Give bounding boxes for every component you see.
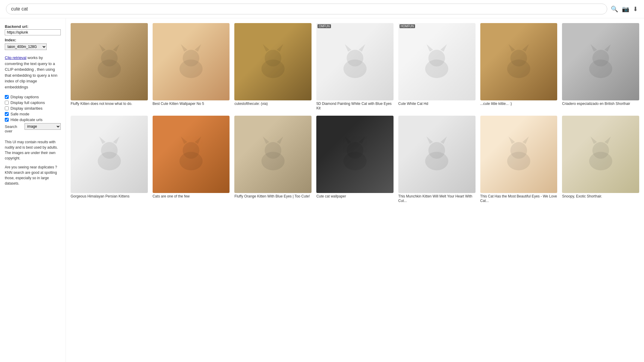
sidebar: Backend url: Index: laion_400m_128G laio… xyxy=(0,18,66,362)
display-similarities-checkbox[interactable] xyxy=(5,106,9,110)
svg-marker-26 xyxy=(590,44,597,52)
cat-silhouette-5 xyxy=(414,39,460,85)
image-placeholder-8 xyxy=(71,116,148,193)
cat-silhouette-7 xyxy=(578,39,624,85)
grid-item-9[interactable]: Cats are one of the few xyxy=(153,116,230,203)
grid-item-13[interactable]: This Cat Has the Most Beautiful Eyes - W… xyxy=(480,116,558,203)
display-full-captions-checkbox[interactable] xyxy=(5,101,9,105)
grid-item-11[interactable]: Cute cat wallpaper xyxy=(316,116,394,203)
svg-marker-50 xyxy=(508,137,515,144)
svg-marker-34 xyxy=(181,137,188,144)
svg-point-13 xyxy=(347,50,363,67)
header: 🔍 📷 ⬇ xyxy=(0,0,644,18)
index-label: Index: xyxy=(5,38,61,42)
svg-marker-39 xyxy=(277,137,283,144)
image-caption-7: Criadero especializado en British Shorth… xyxy=(562,102,639,106)
backend-url-input[interactable] xyxy=(5,29,61,35)
image-placeholder-11 xyxy=(316,116,394,193)
image-placeholder-10 xyxy=(234,116,312,193)
image-caption-8: Gorgeous Himalayan Persian Kittens xyxy=(71,194,148,199)
svg-marker-3 xyxy=(113,44,119,52)
svg-point-25 xyxy=(592,50,609,67)
clip-description: Clip retrieval works by converting the t… xyxy=(5,55,61,90)
search-input[interactable] xyxy=(11,6,602,12)
grid-item-8[interactable]: Gorgeous Himalayan Persian Kittens xyxy=(71,116,148,203)
grid-item-1[interactable]: Fluffy Kitten does not know what to do. xyxy=(71,23,148,111)
image-badge-4: OMFUN xyxy=(318,24,331,28)
image-grid: Fluffy Kitten does not know what to do. … xyxy=(71,23,639,203)
display-full-captions-label[interactable]: Display full captions xyxy=(10,100,45,105)
svg-point-45 xyxy=(429,142,445,159)
hide-duplicate-row: Hide duplicate urls xyxy=(5,117,61,122)
image-placeholder-12 xyxy=(398,116,476,193)
download-button[interactable]: ⬇ xyxy=(633,5,638,13)
grid-item-4[interactable]: OMFUN 5D Diamond Painting White Cat with… xyxy=(316,23,394,111)
grid-item-12[interactable]: This Munchkin Kitten Will Melt Your Hear… xyxy=(398,116,476,203)
svg-marker-30 xyxy=(99,137,106,144)
search-icons: 🔍 📷 ⬇ xyxy=(611,5,638,13)
image-placeholder-6 xyxy=(480,23,558,100)
svg-marker-7 xyxy=(195,44,201,52)
image-caption-1: Fluffy Kitten does not know what to do. xyxy=(71,102,148,106)
svg-marker-47 xyxy=(441,137,447,144)
backend-url-label: Backend url: xyxy=(5,24,61,29)
display-captions-label[interactable]: Display captions xyxy=(10,95,39,99)
image-placeholder-1 xyxy=(71,23,148,100)
camera-button[interactable]: 📷 xyxy=(622,5,629,13)
grid-item-6[interactable]: ...cute little kittie... :) xyxy=(480,23,558,111)
svg-point-29 xyxy=(101,142,118,159)
clip-retrieval-link[interactable]: Clip retrieval xyxy=(5,55,26,60)
svg-marker-19 xyxy=(441,44,447,52)
clip-description-text: works by converting the text query to a … xyxy=(5,55,57,89)
svg-point-1 xyxy=(101,50,118,67)
cat-silhouette-1 xyxy=(86,39,133,85)
image-placeholder-5: HOMFUN xyxy=(398,23,476,100)
index-select[interactable]: laion_400m_128G laion_400m_64G laion_400… xyxy=(5,43,47,50)
image-caption-14: Snoopy, Exotic Shorthair. xyxy=(562,194,639,199)
grid-item-3[interactable]: cutestofthecute: (via) xyxy=(234,23,312,111)
svg-point-49 xyxy=(511,142,527,159)
safe-mode-checkbox[interactable] xyxy=(5,112,9,116)
safe-mode-row: Safe mode xyxy=(5,112,61,116)
svg-point-37 xyxy=(265,142,281,159)
nudity-warning: This UI may contain results with nudity … xyxy=(5,139,61,161)
grid-item-2[interactable]: Best Cute Kitten Wallpaper No 5 xyxy=(153,23,230,111)
svg-marker-18 xyxy=(427,44,433,52)
display-similarities-label[interactable]: Display similarities xyxy=(10,106,42,111)
grid-item-14[interactable]: Snoopy, Exotic Shorthair. xyxy=(562,116,639,203)
image-caption-9: Cats are one of the few xyxy=(153,194,230,199)
display-captions-checkbox[interactable] xyxy=(5,95,9,99)
svg-point-17 xyxy=(429,50,445,67)
display-full-captions-row: Display full captions xyxy=(5,100,61,105)
svg-marker-46 xyxy=(427,137,433,144)
safe-mode-label[interactable]: Safe mode xyxy=(10,112,29,116)
image-placeholder-7 xyxy=(562,23,639,100)
search-button[interactable]: 🔍 xyxy=(611,5,618,13)
hide-duplicate-checkbox[interactable] xyxy=(5,118,9,122)
display-captions-row: Display captions xyxy=(5,95,61,99)
svg-point-53 xyxy=(592,142,609,159)
image-caption-11: Cute cat wallpaper xyxy=(316,194,394,199)
image-placeholder-3 xyxy=(234,23,312,100)
cat-silhouette-13 xyxy=(496,131,542,177)
search-over-row: Search over image text xyxy=(5,123,61,135)
svg-point-41 xyxy=(347,142,363,159)
image-placeholder-14 xyxy=(562,116,639,193)
svg-marker-54 xyxy=(590,137,597,144)
svg-marker-10 xyxy=(263,44,269,52)
grid-item-5[interactable]: HOMFUN Cute White Cat Hd xyxy=(398,23,476,111)
image-caption-5: Cute White Cat Hd xyxy=(398,102,476,106)
display-similarities-row: Display similarities xyxy=(5,106,61,111)
svg-marker-35 xyxy=(195,137,201,144)
svg-marker-11 xyxy=(277,44,283,52)
svg-marker-6 xyxy=(181,44,188,52)
grid-item-7[interactable]: Criadero especializado en British Shorth… xyxy=(562,23,639,111)
svg-marker-22 xyxy=(508,44,515,52)
search-over-select[interactable]: image text xyxy=(25,123,61,130)
svg-point-21 xyxy=(511,50,527,67)
main: Backend url: Index: laion_400m_128G laio… xyxy=(0,18,644,362)
svg-marker-42 xyxy=(345,137,351,144)
svg-marker-2 xyxy=(99,44,106,52)
grid-item-10[interactable]: Fluffy Orange Kitten With Blue Eyes | To… xyxy=(234,116,312,203)
hide-duplicate-label[interactable]: Hide duplicate urls xyxy=(10,117,42,122)
